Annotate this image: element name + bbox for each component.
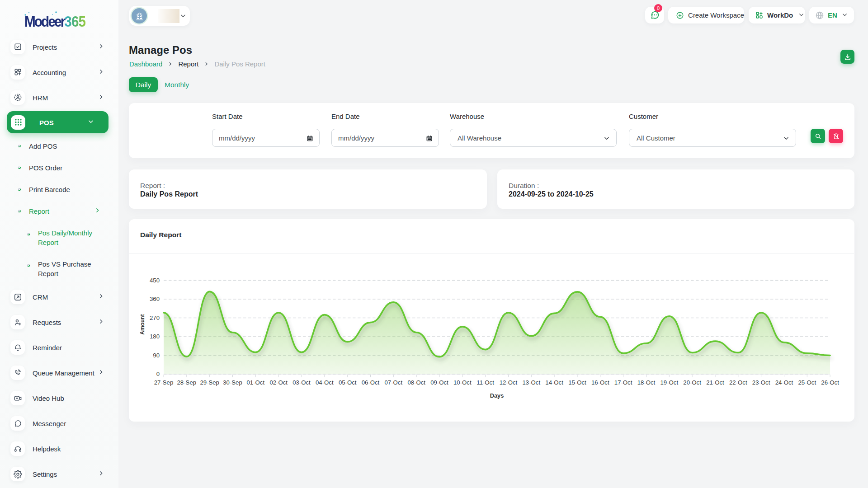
svg-text:08-Oct: 08-Oct [407, 379, 425, 386]
svg-text:90: 90 [153, 352, 160, 359]
svg-text:12-Oct: 12-Oct [500, 379, 518, 386]
svg-text:29-Sep: 29-Sep [200, 379, 219, 386]
svg-text:01-Oct: 01-Oct [247, 379, 265, 386]
svg-text:24-Oct: 24-Oct [775, 379, 793, 386]
svg-text:27-Sep: 27-Sep [154, 379, 174, 386]
svg-text:19-Oct: 19-Oct [660, 379, 679, 386]
svg-text:05-Oct: 05-Oct [339, 379, 357, 386]
svg-text:26-Oct: 26-Oct [821, 379, 839, 386]
svg-text:18-Oct: 18-Oct [637, 379, 656, 386]
svg-text:22-Oct: 22-Oct [729, 379, 747, 386]
svg-text:14-Oct: 14-Oct [545, 379, 563, 386]
svg-text:10-Oct: 10-Oct [453, 379, 472, 386]
svg-text:04-Oct: 04-Oct [316, 379, 334, 386]
svg-text:21-Oct: 21-Oct [706, 379, 724, 386]
svg-text:30-Sep: 30-Sep [223, 379, 242, 386]
svg-text:Days: Days [490, 392, 504, 399]
svg-text:23-Oct: 23-Oct [752, 379, 770, 386]
svg-text:25-Oct: 25-Oct [798, 379, 816, 386]
svg-text:Amount: Amount [139, 314, 146, 334]
svg-text:28-Sep: 28-Sep [177, 379, 197, 386]
svg-text:06-Oct: 06-Oct [362, 379, 380, 386]
svg-text:17-Oct: 17-Oct [614, 379, 632, 386]
svg-text:360: 360 [150, 296, 160, 302]
svg-text:13-Oct: 13-Oct [523, 379, 541, 386]
svg-text:07-Oct: 07-Oct [385, 379, 403, 386]
svg-text:11-Oct: 11-Oct [476, 379, 494, 386]
svg-text:02-Oct: 02-Oct [269, 379, 288, 386]
svg-text:16-Oct: 16-Oct [591, 379, 609, 386]
svg-text:450: 450 [150, 277, 160, 284]
svg-text:180: 180 [150, 333, 160, 340]
svg-text:20-Oct: 20-Oct [683, 379, 701, 386]
svg-text:03-Oct: 03-Oct [292, 379, 311, 386]
svg-text:270: 270 [150, 314, 160, 321]
svg-text:15-Oct: 15-Oct [568, 379, 586, 386]
svg-text:0: 0 [156, 371, 160, 377]
svg-text:09-Oct: 09-Oct [430, 379, 448, 386]
